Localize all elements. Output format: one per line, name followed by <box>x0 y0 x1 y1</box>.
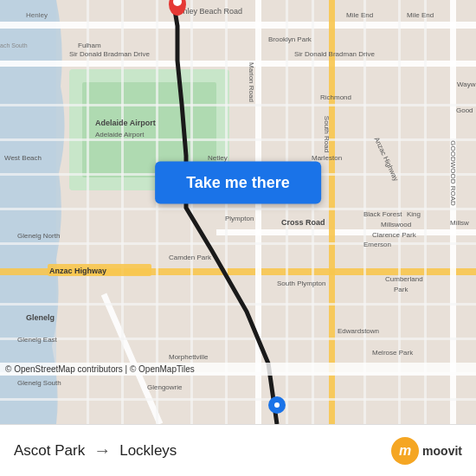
svg-text:Glenelg North: Glenelg North <box>17 232 60 240</box>
svg-text:Mile End: Mile End <box>407 11 434 19</box>
svg-rect-26 <box>286 0 288 424</box>
svg-text:Park: Park <box>394 286 408 293</box>
svg-text:Henley: Henley <box>26 11 48 19</box>
svg-text:Glenelg East: Glenelg East <box>17 336 58 344</box>
svg-text:Camden Park: Camden Park <box>169 254 212 261</box>
to-label: Lockleys <box>119 442 177 460</box>
svg-text:Mile End: Mile End <box>346 11 373 19</box>
svg-text:Plympton: Plympton <box>225 215 254 222</box>
moovit-icon: m <box>391 437 419 465</box>
svg-rect-17 <box>0 303 476 306</box>
svg-text:Sir Donald Bradman Drive: Sir Donald Bradman Drive <box>69 50 150 58</box>
moovit-logo: m moovit <box>391 437 462 465</box>
svg-text:Edwardstown: Edwardstown <box>338 327 379 335</box>
svg-text:ach South: ach South <box>0 42 28 48</box>
svg-text:Glengowrie: Glengowrie <box>147 383 183 391</box>
svg-rect-25 <box>225 0 228 424</box>
svg-text:Sir Donald Bradman Drive: Sir Donald Bradman Drive <box>294 50 375 58</box>
svg-rect-8 <box>255 0 261 424</box>
svg-text:Morphettville: Morphettville <box>169 353 209 361</box>
svg-text:King: King <box>407 210 421 218</box>
map-container: Henley Beach Road Henley Fulham Mile End… <box>0 0 476 424</box>
svg-rect-18 <box>0 338 476 340</box>
svg-text:Emerson: Emerson <box>363 241 391 248</box>
svg-text:Richmond: Richmond <box>320 93 351 101</box>
moovit-text: moovit <box>422 444 462 458</box>
svg-text:South Plympton: South Plympton <box>277 280 325 287</box>
svg-rect-23 <box>156 0 158 424</box>
svg-text:Good: Good <box>456 106 473 114</box>
svg-rect-4 <box>0 22 476 29</box>
svg-rect-15 <box>0 208 476 210</box>
svg-text:Anzac Highway: Anzac Highway <box>49 267 106 275</box>
svg-rect-12 <box>0 104 476 106</box>
map-attribution: © OpenStreetMap contributors | © OpenMap… <box>0 363 476 376</box>
svg-rect-13 <box>0 138 476 141</box>
svg-text:Clarence Park: Clarence Park <box>372 231 417 239</box>
svg-text:Black Forest: Black Forest <box>363 210 402 218</box>
svg-text:Melrose Park: Melrose Park <box>372 349 414 357</box>
svg-text:Brooklyn Park: Brooklyn Park <box>268 35 312 43</box>
svg-rect-27 <box>312 0 314 424</box>
svg-text:Cross Road: Cross Road <box>281 218 325 227</box>
svg-rect-22 <box>121 0 124 424</box>
route-info: Ascot Park → Lockleys <box>14 441 177 460</box>
svg-text:Adelaide Airport: Adelaide Airport <box>95 119 156 127</box>
svg-text:Wayw: Wayw <box>457 80 476 88</box>
svg-rect-30 <box>424 0 427 424</box>
svg-text:Glenelg: Glenelg <box>26 313 55 322</box>
svg-text:Fulham: Fulham <box>78 42 101 49</box>
svg-rect-9 <box>329 0 335 424</box>
from-label: Ascot Park <box>14 442 85 460</box>
map-svg: Henley Beach Road Henley Fulham Mile End… <box>0 0 476 424</box>
svg-text:South Road: South Road <box>323 116 331 152</box>
svg-rect-20 <box>0 398 476 401</box>
svg-text:Adelaide Airport: Adelaide Airport <box>95 131 145 138</box>
svg-text:Marion Road: Marion Road <box>248 62 255 102</box>
svg-text:Millsw: Millsw <box>450 219 469 227</box>
arrow-right-icon: → <box>93 441 111 460</box>
svg-text:West Beach: West Beach <box>4 154 42 162</box>
svg-rect-10 <box>450 0 456 424</box>
bottom-bar: Ascot Park → Lockleys m moovit <box>0 424 476 476</box>
take-me-there-button[interactable]: Take me there <box>155 161 321 203</box>
svg-rect-21 <box>87 0 89 424</box>
svg-text:GOODWOOD ROAD: GOODWOOD ROAD <box>449 140 457 206</box>
svg-point-76 <box>274 402 280 408</box>
svg-rect-16 <box>0 242 476 245</box>
svg-text:Millswood: Millswood <box>381 221 411 228</box>
svg-text:Glenelg South: Glenelg South <box>17 379 61 387</box>
svg-rect-5 <box>0 61 476 67</box>
svg-text:Cumberland: Cumberland <box>385 275 423 283</box>
